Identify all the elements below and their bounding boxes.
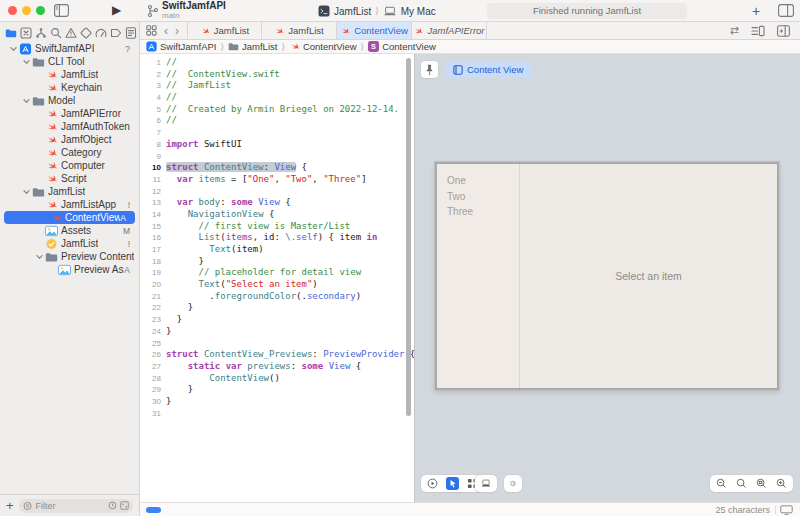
- code-line-23[interactable]: 23 }: [140, 314, 414, 326]
- navigator-item-jamfapierror[interactable]: JamfAPIError: [0, 107, 139, 120]
- breadcrumb-swiftjamfapi-0[interactable]: SwiftJamfAPI: [146, 41, 217, 52]
- code-line-28[interactable]: 28 ContentView(): [140, 373, 414, 385]
- navigator-tab-debug-icon[interactable]: [95, 27, 107, 39]
- code-line-1[interactable]: 1//: [140, 57, 414, 69]
- scheme-name[interactable]: JamfList: [334, 6, 371, 17]
- code-line-25[interactable]: 25: [140, 338, 414, 350]
- navigator-item-jamflist[interactable]: JamfList: [0, 68, 139, 81]
- code-review-icon[interactable]: ⇄: [730, 24, 739, 37]
- code-line-8[interactable]: 8import SwiftUI: [140, 139, 414, 151]
- code-line-2[interactable]: 2// ContentView.swift: [140, 69, 414, 81]
- code-line-10[interactable]: 10struct ContentView: View {: [140, 162, 414, 174]
- navigator-item-script[interactable]: Script: [0, 172, 139, 185]
- navigator-item-preview-assets[interactable]: Preview AssetsA: [0, 263, 139, 276]
- editor-scrollbar[interactable]: [406, 58, 411, 416]
- tab-jamflist[interactable]: JamfList: [187, 22, 262, 39]
- navigator-tab-issues-icon[interactable]: [65, 27, 77, 39]
- navigator-item-jamfobject[interactable]: JamfObject: [0, 133, 139, 146]
- code-line-4[interactable]: 4//: [140, 92, 414, 104]
- scheme-selector[interactable]: JamfList ⟩ My Mac: [318, 3, 436, 19]
- editor-layout-icon[interactable]: [778, 4, 794, 17]
- code-line-16[interactable]: 16 List(items, id: \.self) { item in: [140, 232, 414, 244]
- add-editor-icon[interactable]: [777, 25, 790, 37]
- navigator-tab-search-icon[interactable]: [50, 27, 62, 39]
- library-add-button[interactable]: +: [752, 3, 760, 19]
- code-line-11[interactable]: 11 var items = ["One", "Two", "Three"]: [140, 174, 414, 186]
- navigator-item-jamfauthtoken[interactable]: JamfAuthToken: [0, 120, 139, 133]
- code-line-15[interactable]: 15 // first view is Master/List: [140, 221, 414, 233]
- navigator-tab-project-icon[interactable]: [5, 27, 17, 39]
- tab-contentview[interactable]: ContentView: [337, 22, 412, 39]
- breadcrumb-contentview-2[interactable]: ContentView: [289, 41, 357, 52]
- navigator-tab-source-control-icon[interactable]: [20, 27, 32, 39]
- navigator-item-preview-content[interactable]: Preview Content: [0, 250, 139, 263]
- back-chevron-icon[interactable]: ‹: [164, 25, 168, 37]
- preview-tab-button[interactable]: Content View: [445, 61, 531, 78]
- navigator-item-contentview[interactable]: ContentViewA: [4, 211, 135, 224]
- code-line-3[interactable]: 3// JamfList: [140, 80, 414, 92]
- navigator-tab-breakpoints-icon[interactable]: [110, 27, 122, 39]
- navigator-filter-field[interactable]: Filter: [19, 499, 133, 513]
- tab-jamflist[interactable]: JamfList: [262, 22, 337, 39]
- zoom-out-icon[interactable]: [716, 478, 727, 489]
- disclosure-chevron-icon[interactable]: [21, 97, 32, 105]
- selectable-mode-button[interactable]: [446, 477, 459, 490]
- preview-list-item-three[interactable]: Three: [437, 204, 519, 220]
- code-line-31[interactable]: 31: [140, 408, 414, 420]
- disclosure-chevron-icon[interactable]: [21, 58, 32, 66]
- recent-files-icon[interactable]: [108, 501, 117, 510]
- code-line-24[interactable]: 24}: [140, 326, 414, 338]
- zoom-actual-size-icon[interactable]: [736, 478, 747, 489]
- navigator-item-keychain[interactable]: Keychain: [0, 81, 139, 94]
- zoom-to-fit-icon[interactable]: [756, 478, 767, 489]
- code-line-9[interactable]: 9: [140, 151, 414, 163]
- disclosure-chevron-icon[interactable]: [34, 253, 45, 261]
- navigator-tab-reports-icon[interactable]: [125, 27, 137, 39]
- related-items-grid-icon[interactable]: [146, 25, 157, 36]
- breadcrumb-contentview-3[interactable]: SContentView: [368, 41, 436, 52]
- toggle-navigator-icon[interactable]: [54, 4, 69, 17]
- display-icon[interactable]: [780, 505, 793, 515]
- navigator-item-swiftjamfapi[interactable]: SwiftJamfAPI?: [0, 42, 139, 55]
- forward-chevron-icon[interactable]: ›: [175, 25, 179, 37]
- navigator-item-model[interactable]: Model: [0, 94, 139, 107]
- scm-status-filter-icon[interactable]: [120, 501, 129, 510]
- disclosure-chevron-icon[interactable]: [8, 45, 19, 53]
- code-line-7[interactable]: 7: [140, 127, 414, 139]
- navigator-item-jamflist[interactable]: JamfList: [0, 185, 139, 198]
- code-line-22[interactable]: 22 }: [140, 302, 414, 314]
- code-line-20[interactable]: 20 Text("Select an item"): [140, 279, 414, 291]
- code-area[interactable]: 1//2// ContentView.swift3// JamfList4//5…: [140, 54, 414, 419]
- minimize-window-button[interactable]: [22, 6, 31, 15]
- navigator-tab-hierarchy-icon[interactable]: [35, 27, 47, 39]
- code-line-29[interactable]: 29 }: [140, 384, 414, 396]
- code-line-30[interactable]: 30}: [140, 396, 414, 408]
- code-line-12[interactable]: 12: [140, 186, 414, 198]
- navigator-item-jamflist[interactable]: JamfList!: [0, 237, 139, 250]
- preview-device-settings-button[interactable]: [475, 475, 497, 492]
- navigator-item-jamflistapp[interactable]: JamfListApp!: [0, 198, 139, 211]
- editor-options-icon[interactable]: [751, 25, 765, 37]
- code-line-5[interactable]: 5// Created by Armin Briegel on 2022-12-…: [140, 104, 414, 116]
- add-file-button[interactable]: +: [6, 500, 14, 512]
- disclosure-chevron-icon[interactable]: [21, 188, 32, 196]
- code-line-14[interactable]: 14 NavigationView {: [140, 209, 414, 221]
- run-destination[interactable]: My Mac: [401, 6, 436, 17]
- code-line-21[interactable]: 21 .foregroundColor(.secondary): [140, 291, 414, 303]
- navigator-item-assets[interactable]: AssetsM: [0, 224, 139, 237]
- pin-preview-button[interactable]: [421, 61, 438, 78]
- code-line-17[interactable]: 17 Text(item): [140, 244, 414, 256]
- navigator-item-computer[interactable]: Computer: [0, 159, 139, 172]
- source-editor[interactable]: 1//2// ContentView.swift3// JamfList4//5…: [140, 54, 414, 502]
- breadcrumb-jamflist-1[interactable]: JamfList: [228, 41, 277, 52]
- tab-jamfapierror[interactable]: JamfAPIError: [412, 22, 487, 39]
- zoom-in-icon[interactable]: [776, 478, 787, 489]
- color-scheme-button[interactable]: [504, 475, 522, 492]
- run-button[interactable]: ▶: [112, 4, 121, 17]
- code-line-26[interactable]: 26struct ContentView_Previews: PreviewPr…: [140, 349, 414, 361]
- live-preview-icon[interactable]: [427, 478, 438, 489]
- code-line-18[interactable]: 18 }: [140, 256, 414, 268]
- close-window-button[interactable]: [8, 6, 17, 15]
- zoom-window-button[interactable]: [36, 6, 45, 15]
- navigator-item-category[interactable]: Category: [0, 146, 139, 159]
